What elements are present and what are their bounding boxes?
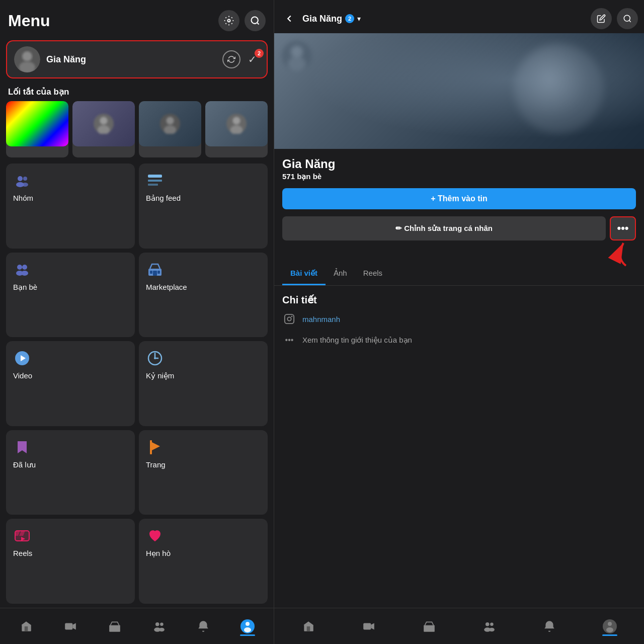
groups-icon — [13, 172, 31, 190]
action-buttons: + Thêm vào tin — [282, 188, 636, 209]
search-button-right[interactable] — [617, 8, 638, 29]
svg-marker-58 — [371, 623, 374, 629]
svg-point-64 — [608, 622, 612, 626]
shortcuts-row — [0, 99, 274, 159]
avatar — [14, 46, 40, 72]
edit-button[interactable] — [591, 8, 612, 29]
nav-bell-right[interactable] — [519, 620, 580, 633]
svg-point-24 — [21, 271, 28, 276]
svg-point-14 — [18, 176, 23, 181]
friends-count: 571 bạn bè — [282, 172, 636, 181]
svg-point-12 — [232, 117, 240, 124]
menu-item-friends[interactable]: Bạn bè — [6, 253, 135, 338]
menu-item-reels[interactable]: Reels — [6, 519, 135, 604]
sync-icon[interactable] — [222, 50, 240, 68]
menu-item-groups[interactable]: Nhóm — [6, 164, 135, 249]
settings-button[interactable] — [218, 10, 239, 31]
details-title: Chi tiết — [282, 294, 636, 306]
nav-bell-left[interactable] — [181, 620, 225, 633]
svg-point-42 — [155, 622, 159, 626]
instagram-handle[interactable]: mahnmanh — [302, 315, 340, 324]
feed-label: Bảng feed — [146, 194, 261, 203]
dating-label: Hẹn hò — [146, 549, 261, 558]
svg-point-49 — [624, 15, 630, 21]
svg-point-22 — [22, 265, 27, 270]
menu-item-pages[interactable]: Trang — [139, 430, 268, 515]
svg-point-21 — [17, 265, 22, 270]
nav-groups-left[interactable] — [137, 620, 181, 633]
menu-item-saved[interactable]: Đã lưu — [6, 430, 135, 515]
svg-point-34 — [154, 357, 156, 359]
svg-point-6 — [100, 117, 107, 124]
profile-row[interactable]: Gia Năng ✓ 2 — [6, 40, 268, 78]
profile-tabs: Bài viết Ảnh Reels — [274, 261, 644, 286]
svg-point-15 — [23, 177, 27, 181]
marketplace-icon — [146, 261, 164, 279]
menu-item-dating[interactable]: Hẹn hò — [139, 519, 268, 604]
shortcut-item-3[interactable] — [139, 101, 201, 157]
menu-item-feed[interactable]: Bảng feed — [139, 164, 268, 249]
saved-label: Đã lưu — [13, 460, 128, 469]
nav-home-left[interactable] — [4, 620, 48, 633]
nav-marketplace-left[interactable] — [93, 620, 137, 633]
svg-point-55 — [287, 317, 291, 320]
tab-reels[interactable]: Reels — [355, 265, 390, 285]
svg-rect-19 — [148, 180, 162, 182]
svg-rect-20 — [148, 184, 158, 186]
profile-main-name: Gia Năng — [282, 157, 636, 171]
nav-groups-right[interactable] — [459, 620, 519, 633]
tab-posts[interactable]: Bài viết — [282, 265, 326, 285]
shortcut-item-2[interactable] — [72, 101, 135, 157]
nav-video-right[interactable] — [339, 620, 399, 633]
shortcut-item-4[interactable] — [205, 101, 268, 157]
header-name-area: Gia Năng 2 ▾ — [302, 14, 587, 24]
header-icons — [218, 10, 266, 31]
shortcut-item-1[interactable] — [6, 101, 68, 157]
profile-name: Gia Năng — [46, 54, 216, 65]
memories-label: Kỷ niệm — [146, 371, 261, 380]
friends-icon — [13, 261, 31, 279]
more-options-button[interactable]: ••• — [610, 216, 636, 240]
pages-icon — [146, 438, 164, 456]
menu-item-memories[interactable]: Kỷ niệm — [139, 341, 268, 426]
svg-point-9 — [166, 117, 174, 124]
nav-marketplace-right[interactable] — [399, 620, 459, 633]
menu-item-video[interactable]: Video — [6, 341, 135, 426]
left-panel: Menu — [0, 0, 274, 644]
svg-point-56 — [291, 316, 293, 317]
nav-video-left[interactable] — [48, 620, 93, 633]
left-header: Menu — [0, 0, 274, 36]
pages-label: Trang — [146, 460, 261, 469]
svg-point-0 — [228, 20, 230, 22]
add-to-story-button[interactable]: + Thêm vào tin — [282, 188, 636, 209]
saved-icon — [13, 438, 31, 456]
notification-badge: 2 — [255, 49, 264, 58]
edit-profile-button[interactable]: ✏ Chỉnh sửa trang cá nhân — [282, 216, 606, 240]
nav-profile-right[interactable] — [580, 619, 640, 634]
cover-photo — [274, 33, 644, 149]
profile-section: Gia Năng 571 bạn bè + Thêm vào tin ✏ Chỉ… — [274, 149, 644, 249]
menu-item-marketplace[interactable]: Marketplace — [139, 253, 268, 338]
marketplace-label: Marketplace — [146, 283, 261, 291]
svg-rect-54 — [285, 314, 294, 324]
profile-row-icons: ✓ 2 — [222, 50, 260, 68]
nav-home-right[interactable] — [278, 620, 339, 633]
tab-photos[interactable]: Ảnh — [326, 265, 355, 285]
search-button[interactable] — [245, 10, 266, 31]
back-button[interactable] — [280, 10, 298, 28]
chevron-down-icon[interactable]: ▾ — [357, 15, 361, 23]
header-badge: 2 — [345, 14, 354, 23]
svg-rect-40 — [65, 623, 72, 629]
svg-marker-36 — [152, 442, 160, 450]
reels-icon — [13, 527, 31, 545]
bio-icon: ••• — [282, 333, 296, 347]
svg-rect-18 — [148, 175, 162, 178]
bio-prompt[interactable]: Xem thông tin giới thiệu của bạn — [302, 336, 412, 345]
video-icon — [13, 349, 31, 367]
svg-point-60 — [491, 622, 494, 626]
header-profile-name: Gia Năng — [302, 14, 342, 24]
shortcuts-label: Lối tắt của bạn — [0, 83, 274, 99]
nav-menu-left[interactable] — [225, 619, 270, 634]
right-panel: Gia Năng 2 ▾ — [274, 0, 644, 644]
svg-point-47 — [246, 622, 250, 626]
